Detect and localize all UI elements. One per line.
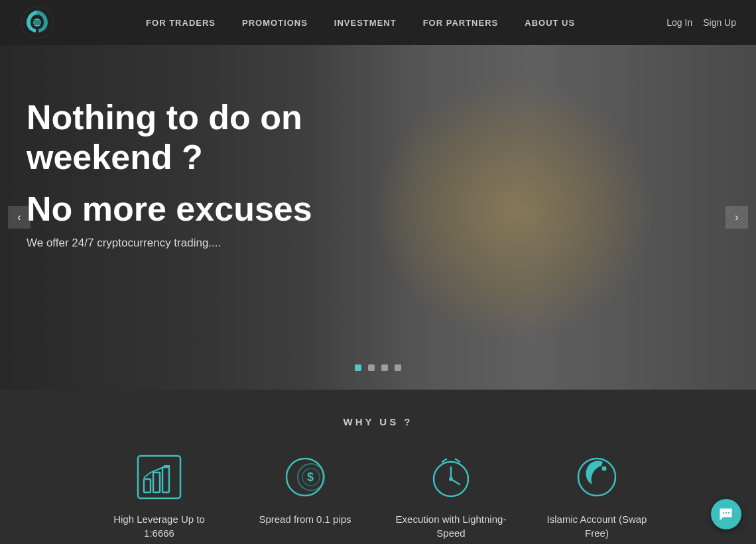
nav-about-us[interactable]: ABOUT US	[525, 18, 575, 28]
slide-dot-4[interactable]	[395, 364, 401, 371]
login-link[interactable]: Log In	[666, 17, 692, 28]
slide-dot-3[interactable]	[381, 364, 388, 371]
hero-subtext: We offer 24/7 cryptocurrency trading....	[27, 237, 358, 250]
chat-icon	[718, 506, 734, 522]
why-us-section: WHY US ? High Leverage Up to 1:6666	[0, 390, 756, 544]
nav-for-partners[interactable]: FOR PARTNERS	[423, 18, 499, 28]
hero-headline-1: Nothing to do on weekend ?	[27, 98, 371, 178]
svg-line-14	[456, 459, 460, 462]
why-us-islamic: Islamic Account (Swap Free)	[524, 454, 670, 540]
hero-content: Nothing to do on weekend ? No more excus…	[0, 45, 756, 250]
clock-icon	[428, 454, 474, 500]
svg-point-19	[725, 512, 727, 514]
nav-links: FOR TRADERS PROMOTIONS INVESTMENT FOR PA…	[54, 18, 666, 28]
signup-link[interactable]: Sign Up	[703, 17, 736, 28]
dollar-circle-icon: $	[282, 454, 328, 500]
slider-dots	[355, 364, 401, 371]
bar-chart-icon	[136, 454, 182, 500]
nav-investment[interactable]: INVESTMENT	[334, 18, 397, 28]
why-us-title: WHY US ?	[0, 416, 756, 427]
svg-point-18	[723, 512, 724, 514]
slider-prev-button[interactable]: ‹	[8, 206, 31, 229]
slide-dot-2[interactable]	[368, 364, 375, 371]
navbar: FOR TRADERS PROMOTIONS INVESTMENT FOR PA…	[0, 0, 756, 45]
brand-logo[interactable]	[20, 5, 54, 40]
svg-point-15	[449, 477, 453, 481]
execution-label: Execution with Lightning-Speed	[391, 512, 511, 540]
svg-point-20	[728, 512, 729, 514]
svg-rect-4	[153, 472, 160, 492]
auth-links: Log In Sign Up	[666, 17, 736, 28]
nav-for-traders[interactable]: FOR TRADERS	[146, 18, 216, 28]
svg-point-17	[602, 466, 607, 471]
spread-label: Spread from 0.1 pips	[259, 512, 351, 526]
svg-rect-5	[162, 467, 169, 492]
why-us-grid: High Leverage Up to 1:6666 $ Spread from…	[0, 454, 756, 540]
hero-slider: Nothing to do on weekend ? No more excus…	[0, 45, 756, 390]
leverage-label: High Leverage Up to 1:6666	[99, 512, 219, 540]
why-us-execution: Execution with Lightning-Speed	[378, 454, 524, 540]
crescent-icon	[574, 454, 620, 500]
why-us-spread: $ Spread from 0.1 pips	[232, 454, 378, 540]
islamic-label: Islamic Account (Swap Free)	[537, 512, 657, 540]
hero-headline-2: No more excuses	[27, 190, 371, 229]
nav-promotions[interactable]: PROMOTIONS	[242, 18, 308, 28]
slider-next-button[interactable]: ›	[725, 206, 748, 229]
slide-dot-1[interactable]	[355, 364, 361, 371]
svg-rect-3	[144, 479, 151, 492]
svg-text:$: $	[307, 470, 314, 484]
svg-line-13	[442, 459, 446, 462]
chat-button[interactable]	[711, 499, 741, 529]
svg-point-6	[286, 459, 324, 496]
why-us-leverage: High Leverage Up to 1:6666	[86, 454, 232, 540]
